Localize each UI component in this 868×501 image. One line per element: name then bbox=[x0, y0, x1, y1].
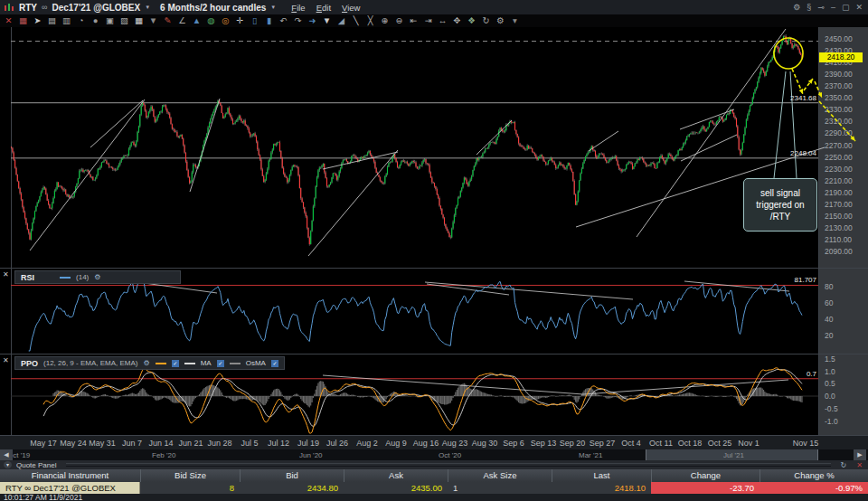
cursor-icon[interactable]: ➤ bbox=[32, 14, 43, 27]
rsi-legend-chip: RSI (14) ⚙ bbox=[14, 270, 181, 284]
date-tick: Jul 19 bbox=[297, 439, 319, 448]
plot-left-border bbox=[11, 27, 12, 436]
ppo-close-button[interactable]: ✕ bbox=[3, 356, 9, 364]
last-cell: 2418.10 bbox=[552, 482, 651, 494]
snapshot-icon[interactable]: ▣ bbox=[104, 14, 116, 27]
panel-separator-1[interactable] bbox=[0, 268, 868, 269]
chart-type-icon[interactable]: ▧ bbox=[118, 14, 130, 27]
column-header-change-percent[interactable]: Change % bbox=[760, 469, 868, 482]
navigator-left-arrow[interactable]: ◀ bbox=[0, 449, 13, 460]
menu-edit[interactable]: Edit bbox=[316, 3, 331, 13]
pie-chart-icon[interactable]: ◔ bbox=[75, 14, 87, 27]
link-icon[interactable]: § bbox=[807, 0, 811, 14]
nav-label: Oct '20 bbox=[439, 451, 461, 459]
menu-view[interactable]: View bbox=[342, 3, 360, 13]
measure-icon[interactable]: ∠ bbox=[176, 14, 188, 27]
rsi-settings-gear-icon[interactable]: ⚙ bbox=[94, 273, 100, 281]
change-cell: -23.70 bbox=[651, 482, 760, 494]
date-tick: Jun 28 bbox=[207, 439, 231, 448]
nav-label: Feb '20 bbox=[152, 451, 175, 459]
column-header-ask[interactable]: Ask bbox=[344, 469, 448, 482]
column-header-last[interactable]: Last bbox=[552, 469, 651, 482]
settings-icon[interactable]: ⚙ bbox=[495, 14, 506, 27]
price-tick: 2290.00 bbox=[825, 128, 853, 137]
ppo-settings-gear-icon[interactable]: ⚙ bbox=[144, 359, 150, 367]
symbol-label[interactable]: RTY bbox=[19, 3, 37, 13]
panel-blue2-icon[interactable]: ▮ bbox=[263, 14, 275, 27]
line-tool-icon[interactable]: ╲ bbox=[350, 14, 362, 27]
menu-bar: FileEditView bbox=[291, 3, 360, 13]
circle-icon[interactable]: ● bbox=[90, 14, 101, 27]
target-icon[interactable]: ◎ bbox=[220, 14, 231, 27]
window-controls: ⚙§⊸–▢✕ bbox=[793, 0, 868, 14]
pin-icon[interactable]: ⊸ bbox=[817, 0, 825, 14]
arrow-right-icon[interactable]: ➜ bbox=[307, 14, 318, 27]
brush-icon[interactable]: ❖ bbox=[466, 14, 477, 27]
grid-red-icon[interactable]: ▦ bbox=[17, 14, 29, 27]
column-header-change[interactable]: Change bbox=[651, 469, 760, 482]
date-tick: Oct 11 bbox=[649, 439, 673, 448]
rsi-label: RSI bbox=[21, 273, 34, 282]
timeframe-dropdown-caret-icon[interactable]: ▼ bbox=[270, 5, 276, 10]
filter-down-icon[interactable]: ▼ bbox=[147, 14, 159, 27]
quote-panel-collapse-button[interactable]: ▾ bbox=[4, 461, 12, 468]
print-icon[interactable]: ▥ bbox=[61, 14, 72, 27]
panel-blue-icon[interactable]: ▯ bbox=[249, 14, 260, 27]
multi-line-icon[interactable]: ╳ bbox=[364, 14, 376, 27]
expand-h-icon[interactable]: ↔ bbox=[437, 14, 448, 27]
layout-grid-icon[interactable]: ▦ bbox=[133, 14, 145, 27]
date-tick: May 24 bbox=[60, 439, 87, 448]
timeframe-label[interactable]: 6 Months/2 hour candles bbox=[160, 3, 266, 13]
quote-panel-close-icon[interactable]: ✕ bbox=[856, 461, 863, 469]
bid-cell: 2434.80 bbox=[240, 482, 344, 494]
trend-tools-icon[interactable]: ◢ bbox=[335, 14, 347, 27]
pencil-icon[interactable]: ✎ bbox=[162, 14, 174, 27]
column-header-bid[interactable]: Bid bbox=[240, 469, 344, 482]
date-tick: May 17 bbox=[30, 439, 57, 448]
undo-icon[interactable]: ↶ bbox=[278, 14, 289, 27]
minimize-icon[interactable]: – bbox=[831, 0, 835, 14]
column-header-ask-size[interactable]: Ask Size bbox=[448, 469, 552, 482]
zoom-out-icon[interactable]: ⊖ bbox=[393, 14, 405, 27]
bar-left-icon[interactable]: ⇤ bbox=[408, 14, 420, 27]
bar-right-icon[interactable]: ⇥ bbox=[422, 14, 434, 27]
crosshair-icon[interactable]: ✛ bbox=[234, 14, 246, 27]
rsi-close-button[interactable]: ✕ bbox=[3, 270, 9, 279]
date-tick: Sep 6 bbox=[503, 439, 524, 448]
restore-icon[interactable]: ▢ bbox=[842, 0, 850, 14]
osma-checkbox[interactable]: ✓ bbox=[271, 360, 278, 367]
instrument-cell[interactable]: RTY ∞ Dec17'21 @GLOBEX bbox=[0, 482, 140, 494]
navigator-right-arrow[interactable]: ▶ bbox=[854, 449, 866, 460]
quote-panel-refresh-icon[interactable]: ↻ bbox=[841, 461, 847, 469]
zoom-in-icon[interactable]: ⊕ bbox=[379, 14, 391, 27]
price-tick: 2270.00 bbox=[825, 141, 853, 150]
chart-plot-background[interactable] bbox=[0, 27, 818, 436]
menu-file[interactable]: File bbox=[291, 3, 305, 13]
ask-cell: 2435.00 bbox=[344, 482, 448, 494]
mountain-chart-icon[interactable]: ▲ bbox=[191, 14, 203, 27]
contract-label[interactable]: Dec17'21 @GLOBEX bbox=[52, 3, 140, 13]
more-down-icon[interactable]: ▾ bbox=[509, 14, 521, 27]
column-header-financial-instrument[interactable]: Financial Instrument bbox=[0, 469, 140, 482]
dropdown-icon[interactable]: ▼ bbox=[321, 14, 333, 27]
globe-icon[interactable]: ◍ bbox=[205, 14, 217, 27]
close-chart-icon[interactable]: ✕ bbox=[3, 14, 14, 27]
gear-icon[interactable]: ⚙ bbox=[793, 0, 800, 14]
price-level-label: 2341.68 bbox=[765, 94, 816, 102]
date-tick: Jun 21 bbox=[178, 439, 203, 448]
price-tick: 2190.00 bbox=[825, 188, 853, 197]
ma-checkbox[interactable]: ✓ bbox=[217, 360, 224, 367]
redo-icon[interactable]: ↷ bbox=[292, 14, 304, 27]
column-header-bid-size[interactable]: Bid Size bbox=[140, 469, 240, 482]
close-icon[interactable]: ✕ bbox=[855, 0, 863, 14]
date-tick: Oct 18 bbox=[678, 439, 703, 448]
refresh-icon[interactable]: ↻ bbox=[480, 14, 492, 27]
move-icon[interactable]: ✥ bbox=[451, 14, 463, 27]
contract-dropdown-caret-icon[interactable]: ▼ bbox=[145, 5, 150, 10]
panel-separator-2[interactable] bbox=[0, 354, 868, 354]
date-tick: Jul 26 bbox=[326, 439, 348, 448]
table-icon[interactable]: ▤ bbox=[46, 14, 58, 27]
ppo-checkbox[interactable]: ✓ bbox=[172, 360, 179, 367]
osma-label: OsMA bbox=[246, 359, 266, 367]
nav-label: Mar '21 bbox=[579, 451, 602, 459]
